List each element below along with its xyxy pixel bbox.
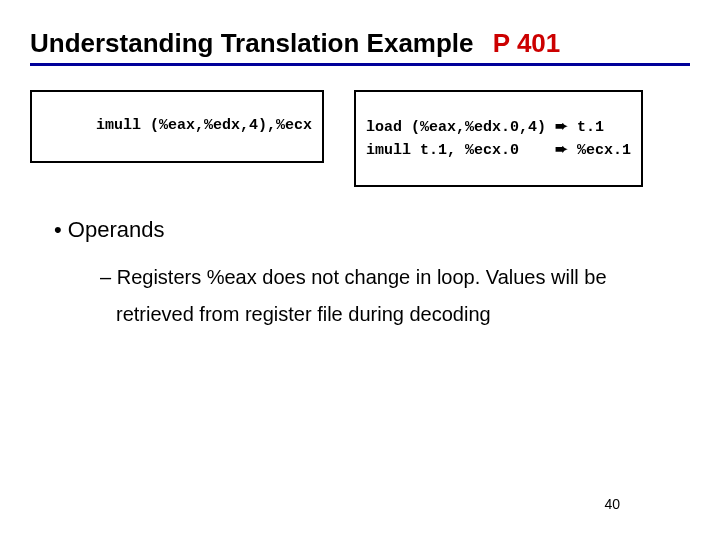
arrow-icon: ➨ bbox=[555, 117, 568, 134]
slide: Understanding Translation Example P 401 … bbox=[0, 0, 720, 540]
code-row: imull (%eax,%edx,4),%ecx load (%eax,%edx… bbox=[30, 90, 690, 187]
title-main: Understanding Translation Example bbox=[30, 28, 474, 58]
arrow-icon: ➨ bbox=[555, 140, 568, 157]
bullet-level-2: – Registers %eax does not change in loop… bbox=[100, 259, 650, 333]
page-number: 40 bbox=[604, 496, 620, 512]
slide-title: Understanding Translation Example P 401 bbox=[30, 28, 690, 59]
right-code-box: load (%eax,%edx.0,4) ➨ t.1 imull t.1, %e… bbox=[354, 90, 643, 187]
right-line2-left: imull t.1, %ecx.0 bbox=[366, 142, 546, 159]
bullet-marker: – bbox=[100, 266, 111, 288]
bullet-marker: • bbox=[54, 217, 62, 242]
bullet-level-1: • Operands bbox=[54, 217, 690, 243]
right-line1-left: load (%eax,%edx.0,4) bbox=[366, 119, 546, 136]
right-line2-right: %ecx.1 bbox=[568, 142, 631, 159]
bullet-text: Registers %eax does not change in loop. … bbox=[116, 266, 607, 325]
right-line1-right: t.1 bbox=[568, 119, 604, 136]
bullet-text: Operands bbox=[68, 217, 165, 242]
left-code-box: imull (%eax,%edx,4),%ecx bbox=[30, 90, 324, 163]
left-code-text: imull (%eax,%edx,4),%ecx bbox=[96, 117, 312, 134]
title-page-ref: P 401 bbox=[481, 28, 560, 58]
title-underline bbox=[30, 63, 690, 66]
